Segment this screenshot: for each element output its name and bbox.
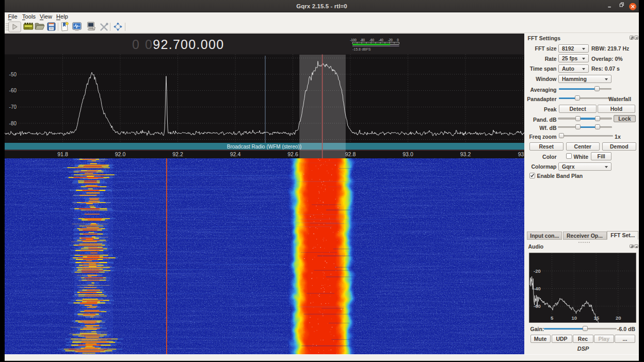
svg-text:92.6: 92.6 (287, 151, 298, 157)
svg-text:-80: -80 (9, 121, 17, 126)
svg-text:93.: 93. (518, 151, 524, 157)
svg-text:93.0: 93.0 (403, 151, 413, 157)
svg-text:-70: -70 (9, 104, 17, 110)
svg-text:15: 15 (594, 315, 600, 321)
svg-text:-80: -80 (360, 38, 365, 42)
svg-text:92.4: 92.4 (230, 151, 241, 157)
svg-text:91.8: 91.8 (57, 151, 68, 157)
svg-text:-40: -40 (534, 286, 541, 291)
svg-text:0092.700.000: 0092.700.000 (132, 37, 224, 52)
svg-text:-60: -60 (369, 38, 375, 42)
svg-text:92.8: 92.8 (345, 151, 356, 157)
svg-text:10: 10 (572, 315, 577, 321)
svg-text:92.2: 92.2 (172, 151, 183, 157)
svg-text:-60: -60 (9, 88, 17, 93)
svg-text:93.2: 93.2 (460, 151, 471, 157)
svg-text:20: 20 (616, 315, 621, 321)
svg-text:-50: -50 (9, 72, 17, 77)
svg-text:92.0: 92.0 (115, 151, 126, 157)
svg-text:5: 5 (551, 315, 554, 321)
svg-text:-100: -100 (350, 38, 357, 42)
svg-text:-15.8 dBFS: -15.8 dBFS (352, 47, 371, 51)
svg-text:0: 0 (397, 38, 399, 42)
svg-text:Broadcast Radio (WFM (stereo)): Broadcast Radio (WFM (stereo)) (227, 144, 301, 150)
svg-text:-40: -40 (379, 38, 384, 42)
svg-text:-20: -20 (388, 38, 393, 42)
svg-text:-20: -20 (534, 268, 541, 273)
